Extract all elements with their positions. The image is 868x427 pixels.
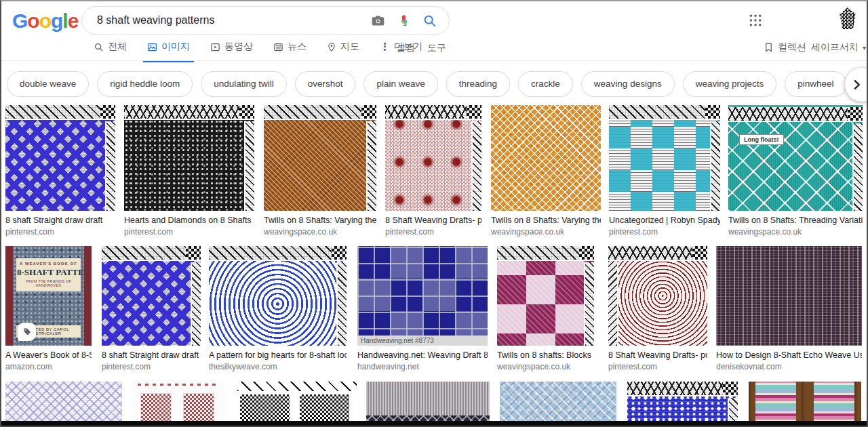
weaving-draft-strip <box>497 246 594 261</box>
tab-videos[interactable]: 동영상 <box>210 41 253 56</box>
weaving-draft-strip <box>852 123 863 211</box>
collections-label: 컬렉션 <box>778 41 806 54</box>
chip-weaving-designs[interactable]: weaving designs <box>581 71 675 97</box>
weaving-draft-strip <box>336 262 347 346</box>
camera-icon[interactable] <box>369 12 387 29</box>
result-title[interactable]: A pattern for big hearts for 8-shaft loo… <box>209 350 347 360</box>
result-domain[interactable]: pinterest.com <box>385 227 481 237</box>
logo-letter: e <box>68 9 79 32</box>
result-thumbnail-book-cover[interactable]: A WEAVER'S BOOK OF 8-SHAFT PATTERNS FROM… <box>5 246 92 346</box>
result-thumbnail[interactable] <box>237 382 357 427</box>
weaving-draft-strip <box>191 262 201 346</box>
result-domain[interactable]: pinterest.com <box>102 362 201 371</box>
result-title[interactable]: 8 shaft Straight draw draft <box>5 216 115 225</box>
result-domain[interactable]: thesilkyweave.com <box>209 362 347 371</box>
weaving-draft-strip <box>124 105 254 120</box>
chip-pinwheel[interactable]: pinwheel <box>785 71 846 97</box>
result-thumbnail[interactable] <box>627 382 738 427</box>
weaving-draft-strip <box>471 121 481 211</box>
result-thumbnail[interactable]: Long floats! <box>728 105 863 211</box>
result-title[interactable]: Uncategorized | Robyn Spady's ... <box>609 216 720 225</box>
collections-button[interactable]: 컬렉션 <box>764 41 806 54</box>
result-thumbnail[interactable] <box>609 105 720 211</box>
google-logo[interactable]: Google <box>12 9 78 33</box>
weaving-draft-strip <box>366 121 376 211</box>
result-title[interactable]: Twills on 8 Shafts: Varying the ... <box>264 216 376 225</box>
search-input[interactable]: 8 shaft weaving patterns <box>97 14 361 26</box>
result-domain[interactable]: pinterest.com <box>609 227 720 237</box>
result-thumbnail[interactable]: Joseph France's No. 11 8 shaft draft <box>132 382 224 427</box>
chip-plain-weave[interactable]: plain weave <box>363 71 437 97</box>
result-title[interactable]: Hearts and Diamonds on 8 Shafts 10 ... <box>124 216 254 225</box>
safesearch-dropdown[interactable]: 세이프서치 ▾ <box>811 41 866 54</box>
tab-news[interactable]: 뉴스 <box>273 41 307 56</box>
image-result: 8 Shaft Weaving Drafts- p... pinterest.c… <box>385 105 481 237</box>
result-thumbnail[interactable] <box>500 382 616 427</box>
result-thumbnail[interactable] <box>749 382 861 427</box>
image-annotation-label: Long floats! <box>739 134 784 145</box>
result-domain[interactable]: weavingspace.co.uk <box>728 227 863 237</box>
result-thumbnail[interactable] <box>102 246 201 346</box>
result-thumbnail[interactable] <box>209 246 347 346</box>
tab-videos-label: 동영상 <box>224 41 253 53</box>
result-thumbnail[interactable] <box>5 382 122 427</box>
result-domain[interactable]: weavingspace.co.uk <box>264 227 376 237</box>
image-result: Hearts and Diamonds on 8 Shafts 10 ... p… <box>124 105 254 237</box>
result-domain[interactable]: handweaving.net <box>357 362 488 371</box>
tab-images[interactable]: 이미지 <box>147 41 190 56</box>
result-title[interactable]: Twills on 8 Shafts: Varying the ... <box>491 216 601 225</box>
image-result <box>237 382 357 427</box>
settings-link[interactable]: 설정 <box>396 42 415 54</box>
search-submit-icon[interactable] <box>420 12 438 29</box>
bookmark-icon <box>764 42 774 53</box>
google-images-page: Google 8 shaft weaving patterns <box>0 0 868 427</box>
result-domain[interactable]: pinterest.com <box>124 227 254 237</box>
image-result: A WEAVER'S BOOK OF 8-SHAFT PATTERNS FROM… <box>5 246 92 371</box>
result-domain[interactable]: weavingspace.co.uk <box>497 362 594 371</box>
result-title[interactable]: 8 Shaft Weaving Drafts- poi... <box>608 350 707 360</box>
result-title[interactable]: Twills on 8 Shafts: Threading Variatio..… <box>728 216 863 225</box>
result-title[interactable]: A Weaver's Book of 8-S... <box>5 350 92 360</box>
result-thumbnail[interactable] <box>497 246 594 346</box>
result-thumbnail[interactable] <box>366 382 490 427</box>
chip-rigid-heddle-loom[interactable]: rigid heddle loom <box>97 71 193 97</box>
search-box[interactable]: 8 shaft weaving patterns <box>81 6 450 35</box>
result-title[interactable]: Handweaving.net: Weaving Draft 8 sh... <box>357 350 488 360</box>
result-thumbnail[interactable] <box>385 105 481 211</box>
apps-grid-icon[interactable] <box>749 14 762 27</box>
image-result: Twills on 8 Shafts: Varying the ... weav… <box>264 105 376 237</box>
result-title[interactable]: Twills on 8 shafts: Blocks | ... <box>497 350 594 360</box>
result-thumbnail[interactable] <box>5 105 115 211</box>
result-title[interactable]: How to Design 8-Shaft Echo Weave Using .… <box>716 350 862 360</box>
result-thumbnail[interactable] <box>124 105 254 211</box>
result-domain[interactable]: pinterest.com <box>608 362 707 371</box>
result-thumbnail[interactable] <box>608 246 707 346</box>
product-tag-badge[interactable] <box>18 323 36 341</box>
weaving-draft-strip <box>627 382 738 396</box>
result-domain[interactable]: denisekovnat.com <box>716 362 862 371</box>
result-domain[interactable]: weavingspace.co.uk <box>491 227 601 237</box>
chip-undulating-twill[interactable]: undulating twill <box>201 71 287 97</box>
more-dots-icon: ⋮ <box>380 41 390 53</box>
result-thumbnail[interactable]: Handweaving.net #8773 <box>357 246 488 346</box>
tools-link[interactable]: 도구 <box>427 42 446 54</box>
chip-weaving-projects[interactable]: weaving projects <box>683 71 777 97</box>
result-domain[interactable]: pinterest.com <box>5 227 115 237</box>
chip-double-weave[interactable]: double weave <box>7 71 89 97</box>
result-title[interactable]: 8 Shaft Weaving Drafts- p... <box>385 216 481 225</box>
logo-letter: o <box>39 9 51 32</box>
result-thumbnail[interactable] <box>716 246 862 346</box>
tag-icon <box>22 327 31 336</box>
voice-search-icon[interactable] <box>395 12 412 29</box>
result-thumbnail[interactable] <box>491 105 601 211</box>
tab-all[interactable]: 전체 <box>94 41 127 56</box>
chip-overshot[interactable]: overshot <box>295 71 356 97</box>
chip-crackle[interactable]: crackle <box>518 71 573 97</box>
chip-threading[interactable]: threading <box>446 71 510 97</box>
result-title[interactable]: 8 shaft Straight draw draft <box>102 350 201 360</box>
result-domain[interactable]: amazon.com <box>5 362 92 371</box>
account-avatar[interactable] <box>838 7 857 29</box>
result-thumbnail[interactable] <box>264 105 376 211</box>
tab-maps[interactable]: 지도 <box>327 41 359 56</box>
weaving-draft-strip <box>237 382 357 391</box>
